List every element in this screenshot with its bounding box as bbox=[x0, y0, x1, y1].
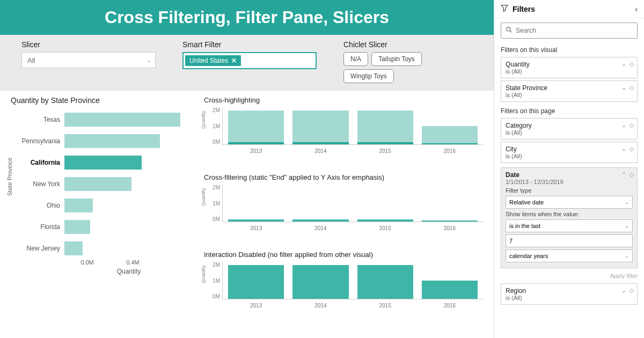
column-bar[interactable] bbox=[357, 142, 413, 144]
y-tick: 0M bbox=[204, 216, 220, 222]
hbar-bar[interactable] bbox=[64, 177, 131, 191]
x-tick: 2015 bbox=[379, 148, 391, 154]
clear-icon[interactable]: ◇ bbox=[630, 171, 634, 178]
chiclet-button[interactable]: Wingtip Toys bbox=[343, 69, 394, 83]
column-bar[interactable] bbox=[292, 265, 348, 299]
hbar-category: Texas bbox=[11, 116, 64, 123]
hbar-category: New York bbox=[11, 180, 64, 188]
hbar-bar[interactable] bbox=[64, 134, 160, 148]
collapse-icon[interactable]: ⌃ bbox=[621, 171, 626, 178]
column-bar[interactable] bbox=[422, 221, 478, 222]
chart-title: Interaction Disabled (no filter applied … bbox=[204, 251, 483, 259]
clear-icon[interactable]: ◇ bbox=[630, 287, 634, 294]
expand-icon[interactable]: › bbox=[635, 5, 638, 13]
slicer-dropdown[interactable]: All ⌄ bbox=[21, 52, 156, 68]
clear-icon[interactable]: ◇ bbox=[630, 145, 634, 152]
filter-card[interactable]: Quantity is (All) ⌄◇ bbox=[501, 57, 638, 78]
filter-type-select[interactable]: Relative date⌄ bbox=[506, 196, 633, 209]
column-bar[interactable] bbox=[228, 111, 284, 144]
filter-card-sub: is (All) bbox=[506, 68, 633, 75]
column-bar[interactable] bbox=[228, 142, 284, 144]
column-chart[interactable]: Interaction Disabled (no filter applied … bbox=[204, 251, 483, 320]
filter-card-title: Quantity bbox=[506, 61, 633, 68]
filter-search-input[interactable] bbox=[516, 27, 633, 34]
filter-search[interactable] bbox=[501, 23, 638, 39]
column-bar[interactable] bbox=[357, 111, 413, 144]
hbar-bar[interactable] bbox=[64, 199, 93, 212]
smart-filter-label: Smart Filter bbox=[182, 40, 317, 49]
column-bar[interactable] bbox=[292, 142, 348, 144]
hbar-bar[interactable] bbox=[64, 156, 142, 170]
y-tick: 2M bbox=[204, 107, 220, 113]
date-range: 1/1/2013 - 12/31/2019 bbox=[506, 179, 633, 185]
clear-icon[interactable]: ◇ bbox=[630, 84, 634, 91]
chip-remove-icon[interactable]: ✕ bbox=[231, 57, 237, 64]
chiclet-slicer-label: Chiclet Slicer bbox=[343, 40, 462, 49]
smart-filter-chip[interactable]: United States ✕ bbox=[185, 55, 241, 66]
column-bar[interactable] bbox=[357, 265, 413, 299]
column-bar[interactable] bbox=[228, 265, 284, 299]
chevron-down-icon[interactable]: ⌄ bbox=[621, 61, 626, 68]
filter-card-date[interactable]: Date 1/1/2013 - 12/31/2019 ⌃◇ Filter typ… bbox=[501, 167, 638, 268]
filter-card-title: City bbox=[506, 145, 633, 153]
y-tick: 2M bbox=[204, 262, 220, 268]
x-tick: 2013 bbox=[250, 303, 262, 308]
y-tick: 0M bbox=[204, 293, 220, 299]
filter-pane-header: Filters › bbox=[494, 0, 644, 18]
chip-text: United States bbox=[189, 57, 228, 64]
chevron-down-icon[interactable]: ⌄ bbox=[621, 122, 626, 129]
y-tick: 0M bbox=[204, 139, 220, 145]
filter-card[interactable]: State Province is (All) ⌄◇ bbox=[501, 80, 638, 102]
filter-card-region[interactable]: Region is (All) ⌄◇ bbox=[501, 283, 638, 305]
condition-select[interactable]: is in the last⌄ bbox=[506, 219, 633, 232]
filter-card-sub: is (All) bbox=[506, 129, 633, 136]
chevron-down-icon: ⌄ bbox=[147, 57, 151, 63]
smart-filter-input[interactable]: United States ✕ bbox=[182, 52, 317, 69]
x-tick: 2013 bbox=[250, 225, 262, 231]
column-chart[interactable]: Cross-filtering (static "End" applied to… bbox=[204, 173, 483, 243]
y-tick: 1M bbox=[204, 201, 220, 207]
column-bar[interactable] bbox=[422, 281, 478, 299]
hbar-bar[interactable] bbox=[64, 113, 180, 127]
chiclet-container: N/ATailspin ToysWingtip Toys bbox=[343, 52, 462, 83]
chiclet-button[interactable]: N/A bbox=[343, 52, 368, 66]
column-chart[interactable]: Cross-highlighting Quantity 2M1M0M 20132… bbox=[204, 96, 483, 166]
region-title: Region bbox=[506, 287, 633, 295]
apply-filter-button[interactable]: Apply filter bbox=[501, 273, 638, 279]
clear-icon[interactable]: ◇ bbox=[630, 122, 634, 129]
slicer-row: Slicer All ⌄ Smart Filter United States … bbox=[0, 35, 494, 91]
column-bar[interactable] bbox=[228, 219, 284, 222]
region-sub: is (All) bbox=[506, 295, 633, 301]
search-icon bbox=[506, 26, 513, 35]
filter-card[interactable]: Category is (All) ⌄◇ bbox=[501, 118, 638, 139]
filter-type-label: Filter type bbox=[506, 187, 633, 194]
page-title: Cross Filtering, Filter Pane, Slicers bbox=[0, 0, 494, 35]
hbar-category: Pennsylvania bbox=[11, 137, 64, 145]
chevron-down-icon[interactable]: ⌄ bbox=[621, 145, 626, 152]
x-tick: 2014 bbox=[314, 225, 326, 231]
column-bar[interactable] bbox=[357, 219, 413, 222]
y-axis-label: Quantity bbox=[201, 265, 206, 283]
column-bar[interactable] bbox=[292, 111, 348, 144]
chevron-down-icon[interactable]: ⌄ bbox=[621, 287, 626, 294]
filter-pane: Filters › Filters on this visual Quantit… bbox=[494, 0, 644, 338]
chiclet-button[interactable]: Tailspin Toys bbox=[371, 52, 422, 66]
funnel-icon bbox=[501, 4, 508, 13]
chart-title: Cross-filtering (static "End" applied to… bbox=[204, 173, 483, 181]
number-input[interactable]: 7 bbox=[506, 234, 633, 247]
section-page-label: Filters on this page bbox=[494, 104, 644, 116]
column-bar[interactable] bbox=[292, 219, 348, 222]
chevron-down-icon[interactable]: ⌄ bbox=[621, 84, 626, 91]
column-bar[interactable] bbox=[422, 126, 478, 145]
hbar-chart[interactable]: Quantity by State Province State Provinc… bbox=[11, 96, 193, 338]
y-axis-label: Quantity bbox=[201, 188, 206, 206]
unit-select[interactable]: calendar years⌄ bbox=[506, 249, 633, 262]
chevron-down-icon: ⌄ bbox=[625, 253, 629, 259]
column-bar[interactable] bbox=[422, 143, 478, 144]
hbar-bar[interactable] bbox=[64, 220, 90, 234]
filter-pane-title: Filters bbox=[513, 5, 535, 13]
show-items-label: Show items when the value: bbox=[506, 211, 633, 217]
clear-icon[interactable]: ◇ bbox=[630, 61, 634, 68]
filter-card[interactable]: City is (All) ⌄◇ bbox=[501, 142, 638, 163]
hbar-bar[interactable] bbox=[64, 241, 83, 255]
